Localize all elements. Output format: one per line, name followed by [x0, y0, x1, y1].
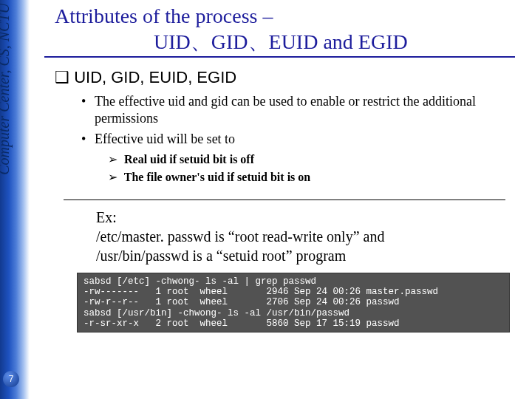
title-line-2: UID、GID、EUID and EGID [44, 29, 525, 55]
code-block: sabsd [/etc] -chwong- ls -al | grep pass… [77, 273, 510, 333]
bullet-level-1: • The effective uid and gid can be used … [81, 93, 525, 126]
bullet-level-2: ➢ Real uid if setuid bit is off [108, 152, 525, 167]
bullet-text: The effective uid and gid can be used to… [95, 93, 510, 126]
example-line-1: Ex: [96, 208, 510, 227]
dot-bullet-icon: • [81, 131, 95, 148]
square-bullet-icon: ❑ [55, 68, 69, 86]
page-number: 7 [9, 374, 14, 384]
dot-bullet-icon: • [81, 93, 95, 126]
bullet-level-1: • Effective uid will be set to [81, 131, 525, 148]
slide-title: Attributes of the process – UID、GID、EUID… [44, 3, 525, 55]
page-number-badge: 7 [3, 371, 19, 387]
content-area: Attributes of the process – UID、GID、EUID… [44, 0, 525, 399]
bullet-level-2: ➢ The file owner's uid if setuid bit is … [108, 170, 525, 185]
arrow-bullet-icon: ➢ [108, 152, 121, 167]
section-heading: ❑ UID, GID, EUID, EGID [44, 68, 525, 87]
bullet-text: The file owner's uid if setuid bit is on [124, 171, 310, 183]
example-line-3: /usr/bin/passwd is a “setuid root” progr… [96, 246, 510, 265]
example-block: Ex: /etc/master. passwd is “root read-wr… [96, 208, 510, 265]
sidebar-label: Computer Center, CS, NCTU [0, 3, 25, 175]
title-underline [44, 56, 515, 58]
horizontal-divider [64, 200, 505, 200]
bullet-text: Effective uid will be set to [95, 131, 510, 148]
example-line-2: /etc/master. passwd is “root read-write … [96, 227, 510, 246]
section-heading-text: UID, GID, EUID, EGID [74, 68, 236, 86]
slide: Computer Center, CS, NCTU 7 Attributes o… [0, 0, 532, 399]
bullet-text: Real uid if setuid bit is off [124, 153, 254, 166]
title-line-1: Attributes of the process – [44, 3, 525, 29]
arrow-bullet-icon: ➢ [108, 170, 121, 185]
